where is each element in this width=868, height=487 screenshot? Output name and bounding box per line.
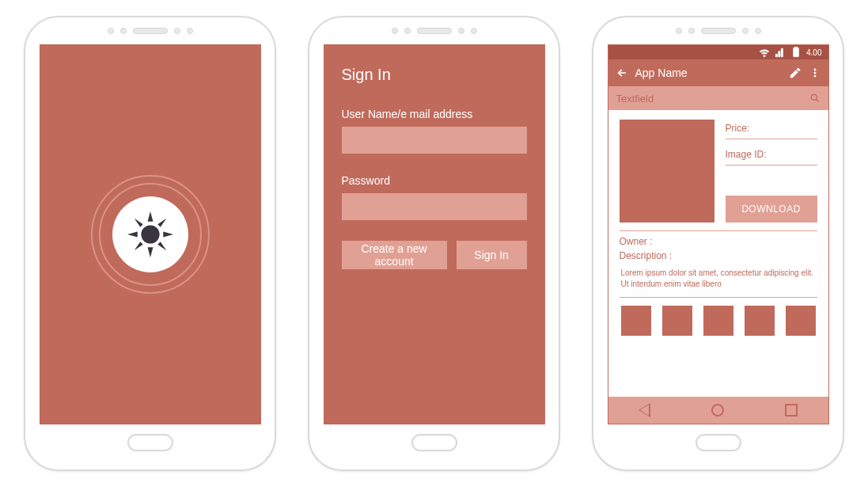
edit-icon[interactable]	[789, 67, 802, 79]
svg-rect-9	[794, 48, 799, 57]
related-thumb[interactable]	[703, 306, 733, 336]
create-account-button[interactable]: Create a new account	[342, 241, 447, 269]
svg-point-13	[813, 75, 815, 77]
phone-sensor-cluster	[392, 17, 477, 44]
related-thumb[interactable]	[786, 306, 816, 336]
svg-point-11	[813, 69, 815, 70]
related-thumb[interactable]	[662, 306, 692, 336]
imageid-label: Image ID:	[726, 146, 817, 166]
nav-recent-icon[interactable]	[785, 404, 798, 417]
related-thumb[interactable]	[745, 306, 775, 336]
nav-home-icon[interactable]	[711, 404, 724, 417]
svg-point-14	[811, 94, 817, 100]
android-nav-bar	[608, 397, 828, 424]
username-input[interactable]	[342, 127, 527, 154]
signin-screen: Sign In User Name/e mail address Passwor…	[324, 44, 545, 424]
phone-home-button	[127, 434, 173, 451]
app-screen: 4.00 App Name Textfield	[608, 44, 829, 424]
search-placeholder: Textfield	[616, 93, 809, 105]
battery-icon	[790, 47, 802, 58]
password-input[interactable]	[342, 193, 527, 220]
svg-rect-10	[794, 47, 798, 48]
app-bar: App Name	[608, 59, 828, 86]
signal-icon	[775, 47, 786, 58]
svg-marker-8	[157, 242, 166, 250]
svg-marker-2	[147, 247, 153, 257]
description-body: Lorem ipsum dolor sit amet, consectetur …	[621, 268, 816, 289]
sun-icon	[127, 211, 173, 257]
download-button[interactable]: DOWNLOAD	[726, 196, 817, 223]
search-bar[interactable]: Textfield	[608, 86, 828, 110]
wifi-icon	[759, 47, 770, 58]
phone-mockup-signin: Sign In User Name/e mail address Passwor…	[308, 16, 560, 471]
svg-line-15	[816, 100, 818, 102]
status-bar: 4.00	[608, 45, 828, 59]
phone-sensor-cluster	[676, 17, 761, 44]
related-thumbnails	[620, 306, 817, 336]
app-title: App Name	[635, 67, 781, 79]
overflow-menu-icon[interactable]	[809, 67, 821, 78]
svg-marker-1	[147, 211, 153, 222]
svg-marker-3	[127, 232, 138, 238]
nav-back-icon[interactable]	[639, 403, 650, 417]
phone-sensor-cluster	[108, 17, 193, 44]
phone-mockup-splash	[24, 16, 276, 471]
splash-logo-disc	[112, 196, 188, 272]
back-icon[interactable]	[616, 67, 627, 78]
related-thumb[interactable]	[621, 306, 651, 336]
svg-marker-5	[134, 219, 142, 227]
svg-marker-6	[157, 219, 166, 227]
username-label: User Name/e mail address	[342, 108, 527, 120]
description-label: Description :	[620, 250, 817, 261]
status-time: 4.00	[806, 48, 821, 57]
svg-marker-4	[163, 232, 173, 238]
search-icon	[809, 93, 821, 104]
phone-home-button	[411, 434, 457, 451]
svg-point-0	[141, 225, 159, 243]
phone-mockup-app: 4.00 App Name Textfield	[592, 16, 844, 471]
svg-point-12	[813, 72, 815, 74]
password-label: Password	[342, 174, 527, 187]
owner-label: Owner :	[620, 236, 817, 247]
item-image-thumb[interactable]	[620, 120, 714, 223]
svg-marker-7	[134, 242, 142, 250]
signin-button[interactable]: Sign In	[457, 241, 527, 269]
phone-home-button	[696, 434, 741, 451]
splash-screen	[40, 44, 261, 424]
detail-content: Price: Image ID: DOWNLOAD Owner : Descri…	[608, 110, 828, 397]
price-label: Price:	[726, 120, 817, 139]
signin-title: Sign In	[342, 66, 527, 84]
